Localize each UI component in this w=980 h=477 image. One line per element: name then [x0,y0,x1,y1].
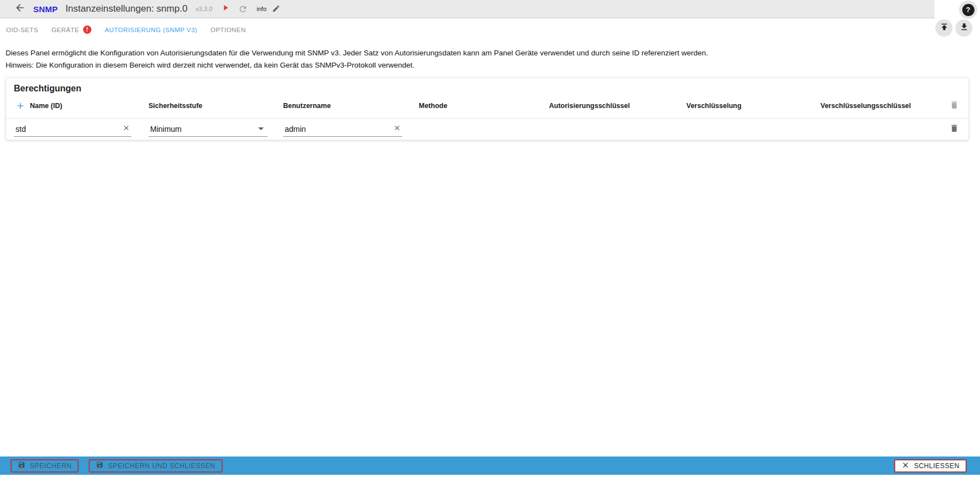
save-icon [96,461,104,470]
help-button[interactable]: ? [959,1,977,19]
column-header-verschluesselungsschluessel: Verschlüsselungsschlüssel [820,102,948,110]
clear-name-button[interactable] [121,124,131,134]
settings-tabbar: OID-SETS GERÄTE ! AUTORISIERUNG (SNMP V3… [0,19,980,40]
tab-oid-sets[interactable]: OID-SETS [0,19,45,40]
description-line-2: Hinweis: Die Konfiguration in diesem Ber… [6,59,964,71]
restart-instance-button[interactable] [238,4,248,14]
question-mark-icon: ? [962,4,974,16]
save-icon [18,461,25,470]
table-header-row: Name (ID) Sicherheitsstufe Benutzername … [6,94,968,119]
instance-log-level[interactable]: info [256,6,266,12]
column-header-name: Name (ID) [30,102,62,110]
delete-row-button[interactable] [948,123,960,135]
pencil-icon [272,5,280,14]
error-badge: ! [83,25,91,34]
upload-icon [940,22,949,34]
plus-icon [16,101,25,111]
config-transfer-buttons [936,19,972,36]
username-input[interactable] [283,125,377,134]
tab-optionen[interactable]: OPTIONEN [204,19,253,40]
column-header-methode: Methode [419,102,549,110]
upload-config-button[interactable] [936,19,952,36]
name-id-input[interactable] [14,125,108,134]
clear-username-button[interactable] [392,124,402,134]
edit-button[interactable] [272,4,281,13]
save-and-close-button[interactable]: SPEICHERN UND SCHLIESSEN [89,459,222,473]
add-row-button[interactable] [16,101,25,111]
chevron-down-icon [258,127,264,130]
security-level-select[interactable]: Minimum [148,122,268,137]
panel-description: Dieses Panel ermöglicht die Konfiguratio… [6,47,964,71]
start-instance-button[interactable] [221,4,230,13]
table-row: Minimum [6,119,968,140]
column-header-benutzername: Benutzername [283,102,419,110]
name-id-field-wrap [14,122,131,137]
security-level-value: Minimum [148,125,182,134]
card-title: Berechtigungen [6,78,968,94]
page-title: Instanzeinstellungen: snmp.0 [65,3,187,14]
adapter-logo: SNMP [33,4,58,14]
dialog-header: SNMP Instanzeinstellungen: snmp.0 v3.3.0… [0,0,935,18]
save-button[interactable]: SPEICHERN [11,459,79,473]
x-clear-icon [122,124,130,134]
play-icon [221,3,230,14]
trash-icon [950,100,959,112]
download-icon [960,22,969,34]
close-x-icon [901,461,910,471]
x-clear-icon [393,124,401,134]
tab-autorisierung-snmp-v3[interactable]: AUTORISIERUNG (SNMP V3) [98,19,204,40]
adapter-version: v3.3.0 [196,6,212,12]
arrow-left-icon [14,2,25,16]
column-header-autorisierungsschluessel: Autorisierungsschlüssel [549,102,686,110]
trash-icon [950,124,959,135]
download-config-button[interactable] [956,19,972,36]
close-button[interactable]: SCHLIESSEN [894,459,967,473]
column-header-verschluesselung: Verschlüsselung [686,102,820,110]
username-field-wrap [283,122,402,137]
save-toolbar: SPEICHERN SPEICHERN UND SCHLIESSEN SCHLI… [0,457,980,475]
berechtigungen-card: Berechtigungen Name (ID) Sicherheitsstuf… [6,78,969,140]
back-button[interactable] [14,3,26,15]
description-line-1: Dieses Panel ermöglicht die Konfiguratio… [6,47,964,59]
column-header-sicherheitsstufe: Sicherheitsstufe [148,102,283,110]
refresh-icon [238,6,248,16]
tab-geraete[interactable]: GERÄTE ! [45,19,98,40]
delete-all-header-icon [948,100,960,112]
